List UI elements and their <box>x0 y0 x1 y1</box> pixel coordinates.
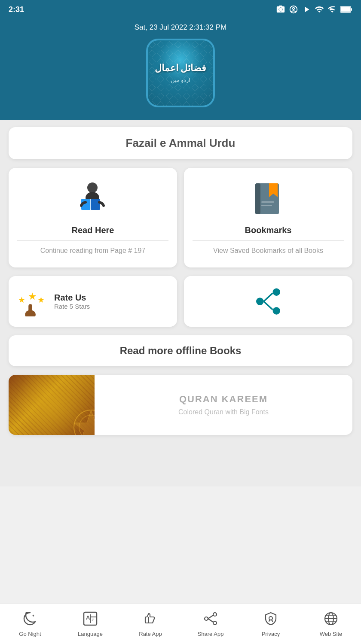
read-here-subtitle: Continue reading from Page # 197 <box>40 246 146 255</box>
nav-rate-app[interactable]: Rate App <box>133 609 168 637</box>
svg-point-20 <box>25 310 36 317</box>
moon-icon: ✦ <box>21 609 40 628</box>
bookmarks-divider <box>193 240 344 241</box>
svg-rect-9 <box>91 199 100 210</box>
quran-desc: Colored Quran with Big Fonts <box>103 408 344 416</box>
signal-icon <box>327 5 337 14</box>
svg-rect-15 <box>261 205 272 206</box>
quran-info: QURAN KAREEM Colored Quran with Big Font… <box>95 385 352 425</box>
svg-point-35 <box>213 613 217 616</box>
bottom-nav: ✦ Go Night A z Language Rate App <box>0 604 361 644</box>
bookmarks-subtitle: View Saved Bookmarks of all Books <box>213 246 323 255</box>
svg-text:✦: ✦ <box>32 614 35 618</box>
app-logo: فضائل اعمال اردو میں <box>146 39 215 107</box>
read-here-title: Read Here <box>72 225 114 235</box>
datetime: Sat, 23 Jul 2022 2:31:32 PM <box>135 23 227 32</box>
play-icon <box>302 5 311 14</box>
rate-app-label: Rate App <box>139 631 162 637</box>
svg-rect-2 <box>341 7 350 12</box>
translate-icon: A z <box>81 609 100 628</box>
camera1-icon <box>276 5 285 14</box>
nav-share-app[interactable]: Share App <box>193 609 228 637</box>
content-area: Fazail e Ammal Urdu <box>0 120 361 486</box>
svg-text:★: ★ <box>18 295 25 304</box>
thumbsup-icon <box>141 609 160 628</box>
share-nav-icon <box>201 609 220 628</box>
bookmark-icon <box>249 180 288 219</box>
rate-text: Rate Us Rate 5 Stars <box>54 293 90 310</box>
quran-book-item[interactable]: QURAN KAREEM Colored Quran with Big Font… <box>9 375 352 435</box>
globe-icon <box>321 609 340 628</box>
app-title: Fazail e Ammal Urdu <box>18 137 343 150</box>
action-row: ★ ★ ★ Rate Us Rate 5 Stars <box>9 276 352 327</box>
svg-rect-12 <box>255 183 260 214</box>
read-here-card[interactable]: Read Here Continue reading from Page # 1… <box>9 168 177 267</box>
wifi-icon <box>315 5 324 14</box>
quran-name: QURAN KAREEM <box>103 394 344 405</box>
svg-point-37 <box>205 617 208 620</box>
svg-rect-14 <box>261 201 274 203</box>
share-svg <box>253 284 283 319</box>
rate-title: Rate Us <box>54 293 90 303</box>
svg-point-36 <box>213 621 217 625</box>
privacy-icon <box>261 609 280 628</box>
svg-point-23 <box>256 298 264 306</box>
offline-heading: Read more offline Books <box>18 345 343 357</box>
svg-rect-3 <box>351 8 352 11</box>
nav-website[interactable]: Web Site <box>314 609 348 637</box>
read-icon <box>73 180 112 219</box>
read-here-divider <box>17 240 168 241</box>
reader-svg <box>73 180 112 219</box>
main-grid: Read Here Continue reading from Page # 1… <box>9 168 352 267</box>
privacy-label: Privacy <box>262 631 280 637</box>
status-icons <box>276 5 352 14</box>
svg-point-22 <box>273 307 281 315</box>
svg-point-21 <box>273 289 281 296</box>
nav-go-night[interactable]: ✦ Go Night <box>13 609 47 637</box>
svg-text:A: A <box>86 614 90 621</box>
quran-cover-text <box>48 401 55 408</box>
rate-subtitle: Rate 5 Stars <box>54 303 90 310</box>
nav-language[interactable]: A z Language <box>73 609 107 637</box>
svg-point-0 <box>279 8 282 11</box>
rate-icon: ★ ★ ★ <box>17 286 47 316</box>
svg-text:z: z <box>92 617 94 622</box>
svg-text:★: ★ <box>37 295 45 304</box>
svg-text:★: ★ <box>28 291 37 302</box>
website-label: Web Site <box>320 631 343 637</box>
svg-line-25 <box>264 301 273 310</box>
bookmarks-card[interactable]: Bookmarks View Saved Bookmarks of all Bo… <box>184 168 352 267</box>
status-bar: 2:31 <box>0 0 361 19</box>
offline-card: Read more offline Books <box>9 335 352 366</box>
battery-icon <box>340 6 352 13</box>
svg-line-24 <box>264 293 273 301</box>
svg-point-6 <box>87 182 98 193</box>
go-night-label: Go Night <box>19 631 41 637</box>
aperture-icon <box>289 5 298 14</box>
svg-point-40 <box>269 617 272 620</box>
bookmarks-title: Bookmarks <box>245 225 292 235</box>
bookmark-svg <box>251 180 285 219</box>
rate-card[interactable]: ★ ★ ★ Rate Us Rate 5 Stars <box>9 276 177 327</box>
title-card: Fazail e Ammal Urdu <box>9 127 352 159</box>
rate-svg: ★ ★ ★ <box>17 286 47 316</box>
language-label: Language <box>78 631 103 637</box>
share-app-label: Share App <box>198 631 224 637</box>
svg-line-39 <box>208 619 213 622</box>
header: Sat, 23 Jul 2022 2:31:32 PM فضائل اعمال … <box>0 19 361 120</box>
share-card[interactable] <box>184 276 352 327</box>
status-time: 2:31 <box>9 5 24 14</box>
svg-line-38 <box>208 615 213 619</box>
nav-privacy[interactable]: Privacy <box>254 609 288 637</box>
share-icon-card <box>253 286 283 316</box>
quran-cover <box>9 375 95 435</box>
quran-pattern-svg <box>65 406 95 435</box>
